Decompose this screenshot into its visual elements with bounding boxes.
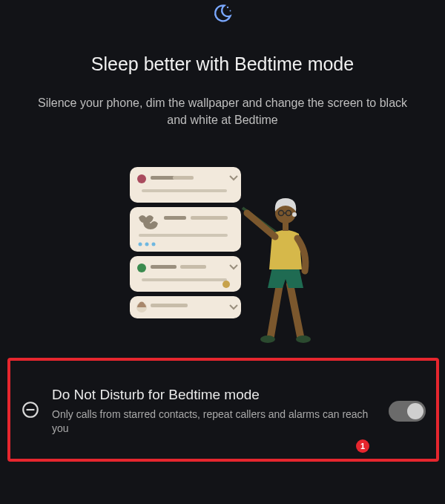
moon-stars-icon (212, 3, 233, 27)
svg-point-26 (296, 336, 311, 343)
dnd-bedtime-toggle[interactable] (389, 401, 426, 422)
annotation-badge: 1 (356, 439, 369, 453)
svg-point-12 (145, 243, 149, 246)
svg-point-22 (139, 302, 145, 307)
svg-point-13 (152, 243, 156, 246)
svg-rect-10 (139, 234, 228, 237)
svg-rect-8 (164, 216, 186, 220)
setting-text-block: Do Not Disturb for Bedtime mode Only cal… (52, 387, 389, 436)
svg-rect-6 (142, 189, 227, 192)
svg-rect-23 (151, 304, 188, 307)
page-title: Sleep better with Bedtime mode (0, 53, 445, 75)
svg-rect-2 (130, 167, 241, 203)
setting-title: Do Not Disturb for Bedtime mode (52, 387, 380, 403)
svg-point-1 (230, 10, 231, 12)
svg-point-25 (260, 336, 275, 343)
svg-rect-9 (191, 216, 228, 220)
do-not-disturb-icon (21, 400, 40, 422)
svg-point-29 (292, 212, 297, 217)
svg-point-11 (139, 243, 142, 246)
header-icon-container (0, 0, 445, 27)
svg-point-3 (137, 174, 146, 183)
svg-rect-5 (173, 176, 194, 180)
highlight-annotation: Do Not Disturb for Bedtime mode Only cal… (7, 358, 439, 462)
toggle-thumb (407, 403, 423, 419)
svg-point-0 (227, 7, 228, 8)
svg-rect-16 (151, 265, 177, 269)
svg-point-15 (137, 264, 146, 272)
svg-rect-18 (142, 278, 227, 281)
svg-point-19 (222, 281, 230, 288)
dnd-bedtime-setting-row[interactable]: Do Not Disturb for Bedtime mode Only cal… (18, 387, 426, 436)
svg-rect-17 (180, 265, 206, 269)
bedtime-illustration (0, 160, 445, 345)
setting-description: Only calls from starred contacts, repeat… (52, 408, 380, 436)
page-subtitle: Silence your phone, dim the wallpaper an… (0, 94, 445, 128)
